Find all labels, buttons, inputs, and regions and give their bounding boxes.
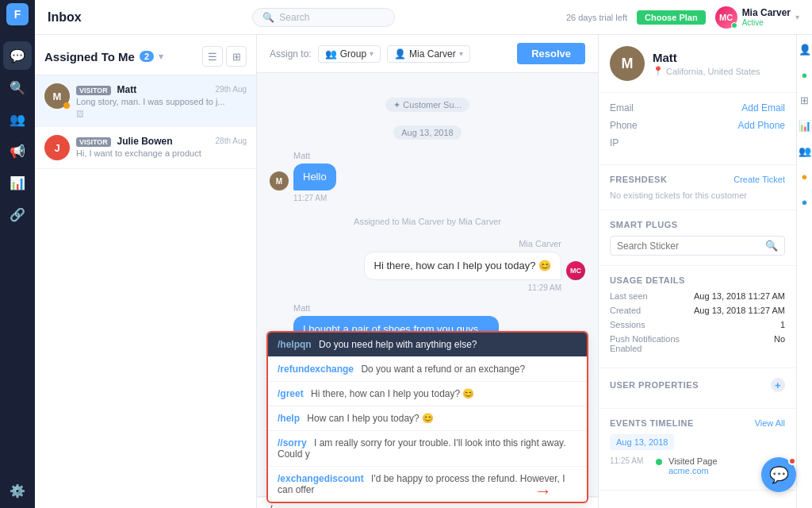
cmd-text-refund: Do you want a refund or an exchange? [361,364,525,375]
last-seen-row: Last seen Aug 13, 2018 11:27 AM [610,291,785,301]
inbox-icon: 💬 [10,48,25,64]
user-menu[interactable]: MC Mia Carver Active ▾ [715,6,799,29]
settings-icon: ⚙️ [10,483,25,498]
inbox-title: Inbox [48,10,82,25]
event-time: 11:25 AM [610,456,649,465]
user-name: Mia Carver [742,7,791,18]
usage-section: USAGE DETAILS Last seen Aug 13, 2018 11:… [599,266,796,368]
cmd-shortcut-help: /help [278,413,300,424]
msg-group-hello: Matt M Hello 11:27 AM [270,151,585,204]
msg-sender-matt: Matt [293,151,585,160]
created-row: Created Aug 13, 2018 11:27 AM [610,306,785,315]
rp-icon-chart[interactable]: 📊 [797,117,813,133]
group-icon: 👥 [325,48,337,60]
sidebar-item-integrations[interactable]: 🔗 [3,200,32,229]
search-placeholder: Search [279,12,309,23]
events-title: EVENTS TIMELINE View All [610,418,785,428]
conv-header-icons: ☰ ⊞ [202,46,247,67]
chevron-down-icon: ▾ [795,13,799,21]
avatar-julie: J [44,135,70,160]
autocomplete-item-greet[interactable]: /greet Hi there, how can I help you toda… [268,382,587,406]
email-row: Email Add Email [610,102,785,114]
add-property-button[interactable]: + [771,378,785,392]
autocomplete-item-help[interactable]: /help How can I help you today? 😊 [268,406,587,431]
user-properties-title: USER PROPERTIES + [610,378,785,392]
freshdesk-section: FRESHDESK Create Ticket No existing tick… [599,165,796,210]
msg-avatar-matt: M [270,171,289,190]
add-email-link[interactable]: Add Email [741,102,785,114]
chat-bubble-icon: 💬 [769,465,789,484]
conv-header-title: Assigned To Me 2 ▾ [44,50,163,64]
contact-avatar: M [610,46,645,81]
sticker-search-input[interactable] [617,241,760,252]
conv-item-matt[interactable]: M VISITOR Matt 29th Aug Long story, man.… [35,75,256,127]
sidebar-item-reports[interactable]: 📊 [3,168,32,197]
rp-icon-grid[interactable]: ⊞ [797,92,813,108]
msg-row-hello: M Hello [270,164,585,190]
cmd-shortcut-greet: /greet [278,388,304,399]
msg-sender-matt-2: Matt [293,303,585,313]
rp-icon-blue[interactable]: ● [797,194,813,210]
topbar: F Inbox 🔍 Search 26 days trial left Choo… [0,0,812,35]
usage-label: USAGE DETAILS [610,275,685,285]
chat-topbar: Assign to: 👥 Group ▾ 👤 Mia Carver ▾ Reso… [257,35,598,73]
group-assign-button[interactable]: 👥 Group ▾ [318,45,381,63]
matt-name: Matt [117,84,136,95]
conv-item-julie[interactable]: J VISITOR Julie Bowen 28th Aug Hi, I wan… [35,127,256,169]
user-name-col: Mia Carver Active [742,7,791,27]
conv-date-julie: 28th Aug [216,137,247,145]
sidebar-item-search[interactable]: 🔍 [3,73,32,102]
rp-icon-green[interactable]: ● [797,67,813,83]
cmd-shortcut-sorry: //sorry [278,437,307,448]
sidebar-nav: 💬 🔍 👥 📢 📊 🔗 ⚙️ ⠿ [0,35,35,508]
autocomplete-item-refundexchange[interactable]: /refundexchange Do you want a refund or … [268,357,587,382]
ip-label: IP [610,137,619,148]
msg-bubble-hello: Hello [293,164,336,190]
contact-info: Matt 📍 California, United States [653,51,760,76]
autocomplete-item-helpqn[interactable]: /helpqn Do you need help with anything e… [268,333,587,357]
search-icon: 🔍 [262,12,274,23]
choose-plan-button[interactable]: Choose Plan [637,10,706,25]
sidebar-item-campaigns[interactable]: 📢 [3,137,32,165]
view-all-link[interactable]: View All [755,418,785,428]
chevron-down-icon[interactable]: ▾ [159,52,163,62]
event-link[interactable]: acme.com [668,466,709,475]
phone-label: Phone [610,120,638,131]
add-phone-link[interactable]: Add Phone [738,120,785,131]
smart-plugs-section: SMART PLUGS 🔍 [599,210,796,266]
sidebar-item-contacts[interactable]: 👥 [3,105,32,133]
customer-su-badge: ✦ Customer Su... [385,98,469,112]
conv-header: Assigned To Me 2 ▾ ☰ ⊞ [35,35,256,75]
reports-icon: 📊 [10,175,25,190]
phone-row: Phone Add Phone [610,120,785,131]
sticker-search-box[interactable]: 🔍 [610,236,785,256]
assign-row: Assign to: 👥 Group ▾ 👤 Mia Carver ▾ [270,45,470,63]
autocomplete-item-sorry[interactable]: //sorry I am really sorry for your troub… [268,431,587,467]
email-label: Email [610,102,634,114]
contacts-icon: 👥 [10,112,25,127]
rp-icon-orange[interactable]: ● [797,168,813,184]
sticker-search-icon: 🔍 [765,240,778,252]
agent-assign-button[interactable]: 👤 Mia Carver ▾ [387,45,470,63]
list-view-button[interactable]: ☰ [202,46,223,67]
freshdesk-label: FRESHDESK [610,175,667,184]
chat-bubble-button[interactable]: 💬 [761,457,796,492]
cmd-shortcut-refund: /refundexchange [278,364,354,375]
search-box[interactable]: 🔍 Search [252,8,395,27]
msg-row-hi-there: MC Hi there, how can I help you today? 😊 [270,252,585,280]
arrow-indicator: → [534,481,552,502]
conv-preview-matt: Long story, man. I was supposed to j... [76,97,247,106]
conversations-panel: Assigned To Me 2 ▾ ☰ ⊞ M VISITOR [35,35,257,508]
freshdesk-empty: No existing tickets for this customer [610,190,785,200]
conv-name-julie: VISITOR Julie Bowen [76,135,172,147]
sidebar-item-inbox[interactable]: 💬 [3,41,32,70]
rp-icon-user[interactable]: 👤 [797,41,813,57]
agent-photo-1: MC [566,261,585,280]
campaigns-icon: 📢 [10,144,25,159]
grid-view-button[interactable]: ⊞ [226,46,247,67]
resolve-button[interactable]: Resolve [517,43,585,64]
create-ticket-link[interactable]: Create Ticket [733,175,785,184]
sidebar-item-settings[interactable]: ⚙️ [3,476,32,505]
location-icon: 📍 [653,66,664,76]
rp-icon-people[interactable]: 👥 [797,143,813,159]
